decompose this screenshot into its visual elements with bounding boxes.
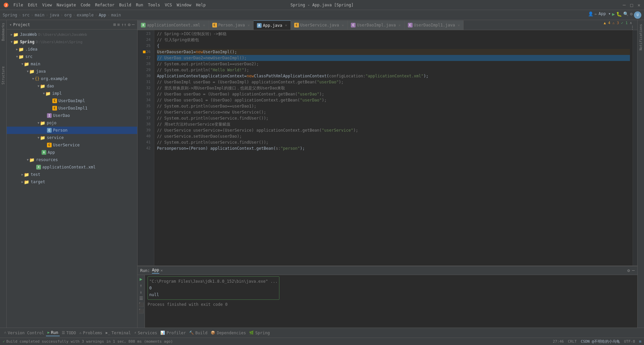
tree-javawebroot[interactable]: ▶ 📁 JavaWeb D:\Users\Admin\JavaWeb — [7, 31, 137, 38]
project-tool1[interactable]: ⊞ — [113, 22, 116, 27]
menu-code[interactable]: Code — [79, 2, 93, 8]
expand-warnings-icon[interactable]: ∧ — [630, 21, 632, 25]
project-collapse-all[interactable]: ↑↑ — [121, 22, 127, 27]
tree-person[interactable]: C Person — [7, 127, 137, 134]
menu-file[interactable]: File — [11, 2, 25, 8]
tab-applicationcontext-close[interactable]: ✕ — [203, 23, 205, 27]
tab-userdaoimpl[interactable]: C UserDaoImpl.java ✕ — [347, 20, 404, 30]
tab-person[interactable]: C Person.java ✕ — [209, 20, 254, 30]
breadcrumb-app[interactable]: App — [99, 13, 106, 17]
breadcrumb-example[interactable]: example — [77, 13, 94, 17]
menu-edit[interactable]: Edit — [26, 2, 40, 8]
run-app-tab[interactable]: App — [152, 268, 159, 274]
status-layout-icon[interactable]: ⊞ — [639, 339, 641, 344]
code-line-30: ApplicationContext applicationContext= n… — [157, 73, 630, 79]
run-stop-icon[interactable]: ⬛ — [139, 308, 144, 314]
tree-userdaoimpl[interactable]: C UserDaoImpl — [7, 97, 137, 105]
tree-idea[interactable]: ▶ 📁 .idea — [7, 46, 137, 53]
project-tool2[interactable]: ≡ — [117, 22, 120, 27]
run-minimize-icon[interactable]: ─ — [632, 268, 635, 273]
tab-app[interactable]: A App.java ✕ — [254, 20, 291, 30]
run-button[interactable]: ▶ — [612, 11, 615, 19]
project-minimize[interactable]: ─ — [132, 22, 135, 27]
tab-userdaoimpl-close[interactable]: ✕ — [398, 23, 401, 27]
breadcrumb-org[interactable]: org — [64, 13, 72, 17]
tree-impl[interactable]: ▼ 📁 impl — [7, 90, 137, 97]
search-everywhere-icon[interactable]: 🔍 — [623, 11, 629, 19]
menu-window[interactable]: Window — [175, 2, 193, 8]
tree-dao[interactable]: ▼ 📁 dao — [7, 82, 137, 90]
tab-person-close[interactable]: ✕ — [248, 23, 250, 27]
build-status-icon: ✓ — [3, 339, 5, 344]
bottom-problems[interactable]: ⚠ Problems — [78, 330, 104, 336]
menu-navigate[interactable]: Navigate — [55, 2, 78, 8]
tree-target[interactable]: ▶ 📁 target — [7, 178, 137, 186]
tree-userdao[interactable]: I UserDao — [7, 112, 137, 119]
tree-java[interactable]: ▼ 📁 java — [7, 68, 137, 75]
tab-app-close[interactable]: ✕ — [285, 23, 287, 27]
menu-tools[interactable]: Tools — [146, 2, 162, 8]
settings-icon[interactable]: ⚙ — [630, 11, 633, 19]
run-scroll-up-icon[interactable]: ↑ — [140, 283, 143, 288]
tab-userdaoimpl1-close[interactable]: ✕ — [458, 23, 460, 27]
run-settings-icon[interactable]: ⚙ — [627, 268, 630, 273]
sidebar-structure-label[interactable]: Structure — [1, 64, 6, 87]
menu-help[interactable]: Help — [194, 2, 208, 8]
tree-orgexample[interactable]: ▼ {} org.example — [7, 75, 137, 82]
bottom-run[interactable]: ▶ Run — [46, 330, 59, 336]
dependencies-icon: 📦 — [211, 331, 215, 335]
profile-icon[interactable]: 👤 — [588, 11, 593, 19]
bottom-terminal[interactable]: ▶_ Terminal — [104, 330, 132, 336]
breadcrumb-java[interactable]: java — [50, 13, 59, 17]
notifications-label[interactable]: Notifications — [638, 21, 643, 53]
bottom-version-control[interactable]: ⑃ Version Control — [3, 330, 45, 336]
maximize-button[interactable]: □ — [629, 3, 634, 7]
bottom-todo[interactable]: ☰ TODO — [60, 330, 77, 336]
breadcrumb-spring[interactable]: Spring — [3, 13, 17, 17]
tree-test[interactable]: ▶ 📁 test — [7, 171, 137, 178]
sidebar-bookmarks-label[interactable]: Bookmarks — [1, 20, 6, 44]
run-play-icon[interactable]: ▶ — [140, 276, 142, 282]
code-line-39: // UserService userService=(UserService)… — [157, 127, 630, 133]
back-icon[interactable]: ← — [595, 11, 597, 19]
tree-userservice[interactable]: C UserService — [7, 141, 137, 149]
breadcrumb-main[interactable]: main — [35, 13, 45, 17]
breadcrumb-src[interactable]: src — [22, 13, 30, 17]
run-wrap-icon[interactable]: ⬛ — [139, 302, 144, 307]
menu-build[interactable]: Build — [117, 2, 133, 8]
tab-userservice-close[interactable]: ✕ — [342, 23, 344, 27]
tree-main[interactable]: ▼ 📁 main — [7, 60, 137, 68]
project-settings[interactable]: ⚙ — [128, 22, 130, 27]
tree-resources[interactable]: ▼ 📁 resources — [7, 156, 137, 163]
run-config-dropdown[interactable]: App ▾ — [599, 11, 611, 19]
debug-button[interactable]: 🐛 — [616, 11, 622, 19]
minimize-button[interactable]: ─ — [622, 3, 627, 7]
bottom-services[interactable]: ⚡ Services — [133, 330, 158, 336]
tree-src[interactable]: ▼ 📁 src — [7, 53, 137, 60]
tree-service[interactable]: ▼ 📁 service — [7, 134, 137, 141]
code-line-28: // System.out.println(userDao1==userDao2… — [157, 61, 630, 67]
bottom-build[interactable]: 🔨 Build — [188, 330, 209, 336]
run-close-tab[interactable]: ✕ — [161, 268, 163, 273]
menu-refactor[interactable]: Refactor — [93, 2, 116, 8]
tree-userdaoimpl1[interactable]: C UserDaoImpl1 — [7, 105, 137, 112]
bottom-spring[interactable]: 🌿 Spring — [248, 330, 271, 336]
breadcrumb-main-method[interactable]: main — [111, 13, 121, 17]
bottom-dependencies[interactable]: 📦 Dependencies — [209, 330, 247, 336]
project-dropdown-icon[interactable]: ▾ — [9, 22, 12, 27]
tab-applicationcontext[interactable]: X applicationContext.xml ✕ — [138, 20, 209, 30]
run-scroll-down-icon[interactable]: ↓ — [140, 289, 143, 294]
menu-run[interactable]: Run — [134, 2, 145, 8]
tab-userdaoimpl1[interactable]: C UserDaoImpl1.java ✕ — [405, 20, 464, 30]
run-filter-icon[interactable]: ☰ — [139, 296, 143, 301]
tree-appcontext[interactable]: X applicationContext.xml — [7, 163, 137, 171]
editor-scrollbar[interactable] — [633, 30, 637, 266]
tree-springroot[interactable]: ▼ 📁 Spring D:\Users\Admin\Spring — [7, 38, 137, 46]
menu-vcs[interactable]: VCS — [163, 2, 174, 8]
bottom-profiler[interactable]: 📊 Profiler — [159, 330, 187, 336]
tab-userservice[interactable]: C UserService.java ✕ — [291, 20, 347, 30]
menu-view[interactable]: View — [40, 2, 54, 8]
close-button[interactable]: ✕ — [637, 3, 641, 7]
tree-pojo[interactable]: ▼ 📁 pojo — [7, 119, 137, 127]
tree-app[interactable]: A App — [7, 149, 137, 156]
